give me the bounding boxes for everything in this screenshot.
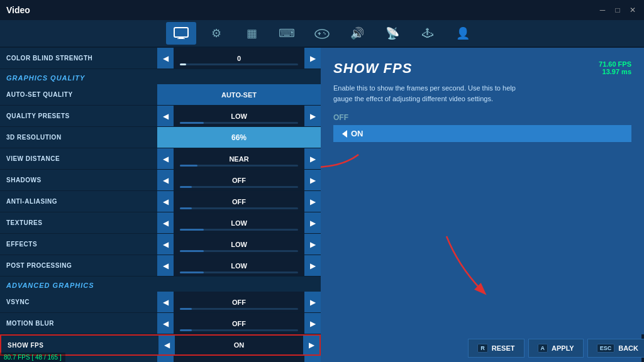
setting-view-distance: VIEW DISTANCE ◀ NEAR ▶ <box>0 148 321 170</box>
motion-blur-value: OFF <box>174 313 304 334</box>
setting-auto-set-quality: AUTO-SET QUALITY AUTO-SET <box>0 84 321 106</box>
directx-version-value: DIRECTX 12 (BETA) <box>174 356 304 362</box>
motion-blur-left[interactable]: ◀ <box>157 313 174 334</box>
anti-aliasing-control: ◀ OFF ▶ <box>157 191 321 212</box>
tab-audio[interactable]: 🔊 <box>342 22 372 45</box>
apply-key: A <box>538 344 548 353</box>
textures-left[interactable]: ◀ <box>157 212 174 233</box>
svg-point-7 <box>325 33 326 35</box>
shadows-control: ◀ OFF ▶ <box>157 170 321 190</box>
shadows-left[interactable]: ◀ <box>157 170 174 190</box>
tab-controller[interactable] <box>307 22 337 45</box>
advanced-graphics-header: ADVANCED GRAPHICS <box>0 277 321 292</box>
directx-version-left[interactable]: ◀ <box>157 356 174 362</box>
color-blind-strength-value: 0 <box>174 48 304 69</box>
setting-quality-presets: QUALITY PRESETS ◀ LOW ▶ <box>0 106 321 127</box>
shadows-right[interactable]: ▶ <box>304 170 321 190</box>
svg-rect-5 <box>318 33 321 35</box>
effects-right[interactable]: ▶ <box>304 234 321 255</box>
color-blind-strength-right[interactable]: ▶ <box>304 48 321 69</box>
option-on-selected[interactable]: ON <box>333 125 631 142</box>
anti-aliasing-right[interactable]: ▶ <box>304 191 321 212</box>
fps-indicator: 80.7 FPS [ 48 / 165 ] <box>0 353 65 362</box>
color-blind-strength-left[interactable]: ◀ <box>157 48 174 69</box>
back-button[interactable]: ESC BACK <box>587 339 644 358</box>
fps-stats: 71.60 FPS 13.97 ms <box>599 60 631 75</box>
main-content: COLOR BLIND STRENGTH ◀ 0 ▶ GRAPHICS QUAL… <box>0 48 644 362</box>
vsync-control: ◀ OFF ▶ <box>157 292 321 312</box>
quality-presets-label: QUALITY PRESETS <box>0 112 157 119</box>
show-fps-right[interactable]: ▶ <box>303 336 319 354</box>
apply-button[interactable]: A APPLY <box>528 339 584 358</box>
selection-indicator <box>342 130 347 138</box>
nav-tabs: ⚙ ▦ ⌨ 🔊 📡 🕹 👤 <box>0 20 644 48</box>
reset-button[interactable]: R RESET <box>468 339 524 358</box>
graphics-quality-header: GRAPHICS QUALITY <box>0 69 321 84</box>
option-off[interactable]: OFF <box>333 113 631 122</box>
textures-right[interactable]: ▶ <box>304 212 321 233</box>
post-processing-right[interactable]: ▶ <box>304 255 321 276</box>
anti-aliasing-value: OFF <box>174 191 304 212</box>
close-btn[interactable]: ✕ <box>628 5 638 15</box>
auto-set-quality-label: AUTO-SET QUALITY <box>0 91 157 98</box>
tab-video[interactable] <box>166 22 196 45</box>
fps-value: 71.60 FPS <box>599 60 631 68</box>
vsync-left[interactable]: ◀ <box>157 292 174 312</box>
option-on-label: ON <box>351 129 364 138</box>
effects-value: LOW <box>174 234 304 255</box>
anti-aliasing-label: ANTI-ALIASING <box>0 198 157 205</box>
shadows-value: OFF <box>174 170 304 190</box>
svg-point-3 <box>315 30 329 38</box>
window-controls: ─ □ ✕ <box>597 5 638 15</box>
textures-label: TEXTURES <box>0 219 157 226</box>
tab-user[interactable]: 👤 <box>448 22 478 45</box>
3d-resolution-value: 66% <box>157 127 321 148</box>
vsync-value: OFF <box>174 292 304 312</box>
svg-rect-1 <box>179 37 184 38</box>
setting-post-processing: POST PROCESSING ◀ LOW ▶ <box>0 255 321 277</box>
view-distance-control: ◀ NEAR ▶ <box>157 148 321 169</box>
vsync-label: VSYNC <box>0 299 157 305</box>
3d-resolution-label: 3D RESOLUTION <box>0 134 157 141</box>
directx-version-right[interactable]: ▶ <box>304 356 321 362</box>
show-fps-left[interactable]: ◀ <box>158 336 175 354</box>
quality-presets-right[interactable]: ▶ <box>304 106 321 126</box>
setting-textures: TEXTURES ◀ LOW ▶ <box>0 212 321 234</box>
maximize-btn[interactable]: □ <box>613 5 623 15</box>
post-processing-left[interactable]: ◀ <box>157 255 174 276</box>
view-distance-right[interactable]: ▶ <box>304 148 321 169</box>
post-processing-control: ◀ LOW ▶ <box>157 255 321 276</box>
effects-left[interactable]: ◀ <box>157 234 174 255</box>
view-distance-left[interactable]: ◀ <box>157 148 174 169</box>
auto-set-quality-btn[interactable]: AUTO-SET <box>157 84 321 105</box>
color-blind-strength-control: ◀ 0 ▶ <box>157 48 321 69</box>
tab-keyboard[interactable]: ⌨ <box>272 22 302 45</box>
quality-presets-left[interactable]: ◀ <box>157 106 174 126</box>
minimize-btn[interactable]: ─ <box>597 5 608 15</box>
show-fps-label: SHOW FPS <box>1 342 158 349</box>
setting-vsync: VSYNC ◀ OFF ▶ <box>0 292 321 313</box>
svg-point-6 <box>323 32 325 33</box>
tab-display[interactable]: ▦ <box>236 22 267 45</box>
textures-value: LOW <box>174 212 304 233</box>
tab-network[interactable]: 📡 <box>377 22 408 45</box>
vsync-right[interactable]: ▶ <box>304 292 321 312</box>
directx-version-control: ◀ DIRECTX 12 (BETA) ▶ <box>157 356 321 362</box>
tab-settings[interactable]: ⚙ <box>201 22 231 45</box>
show-fps-value: ON <box>175 336 303 354</box>
view-distance-value: NEAR <box>174 148 304 169</box>
show-fps-control: ◀ ON ▶ <box>158 336 319 354</box>
setting-effects: EFFECTS ◀ LOW ▶ <box>0 234 321 255</box>
motion-blur-right[interactable]: ▶ <box>304 313 321 334</box>
quality-presets-control: ◀ LOW ▶ <box>157 106 321 126</box>
quality-presets-value: LOW <box>174 106 304 126</box>
setting-motion-blur: MOTION BLUR ◀ OFF ▶ <box>0 313 321 334</box>
setting-shadows: SHADOWS ◀ OFF ▶ <box>0 170 321 191</box>
3d-resolution-control: 66% <box>157 127 321 148</box>
color-blind-strength-label: COLOR BLIND STRENGTH <box>0 55 157 62</box>
apply-label: APPLY <box>552 344 574 352</box>
view-distance-label: VIEW DISTANCE <box>0 155 157 162</box>
anti-aliasing-left[interactable]: ◀ <box>157 191 174 212</box>
tab-gamepad[interactable]: 🕹 <box>413 22 443 45</box>
textures-control: ◀ LOW ▶ <box>157 212 321 233</box>
